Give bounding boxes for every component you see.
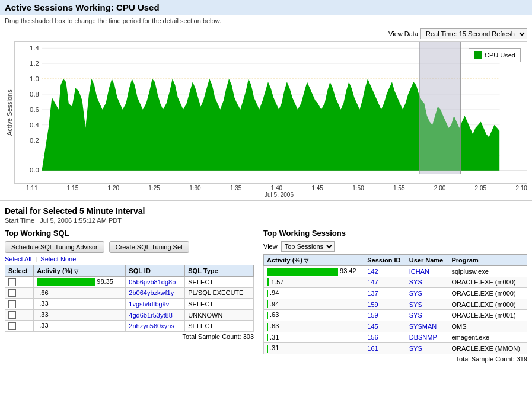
session-user-link[interactable]: SYS <box>409 345 422 352</box>
session-id-cell: 137 <box>364 288 406 299</box>
sql-id-link[interactable]: 2nhzyn560xyhs <box>129 322 174 329</box>
x-axis-labels: 1:11 1:15 1:20 1:25 1:30 1:35 1:40 1:45 … <box>0 184 532 191</box>
session-id-link[interactable]: 137 <box>367 290 378 297</box>
create-sql-button[interactable]: Create SQL Tuning Set <box>109 241 189 253</box>
col-select: Select <box>5 265 34 277</box>
sql-checkbox[interactable] <box>8 322 16 330</box>
session-activity-cell: 1.57 <box>264 277 364 288</box>
activity-bar <box>37 289 37 297</box>
table-row: .33 1vgstvfdfbg9v SELECT <box>5 299 254 310</box>
sql-checkbox-cell[interactable] <box>5 309 34 321</box>
x-tick: 1:35 <box>230 185 241 191</box>
two-col-layout: Top Working SQL Schedule SQL Tuning Advi… <box>5 229 527 363</box>
session-user-link[interactable]: SYSMAN <box>409 323 437 330</box>
session-activity-cell: 93.42 <box>264 266 364 277</box>
session-user-link[interactable]: SYS <box>409 278 422 286</box>
session-program-cell: ORACLE.EXE (m000) <box>448 288 527 299</box>
sql-type-cell: SELECT <box>185 277 254 288</box>
session-activity-cell: .63 <box>264 310 364 321</box>
sql-panel: Top Working SQL Schedule SQL Tuning Advi… <box>5 229 254 363</box>
sql-checkbox[interactable] <box>8 300 16 308</box>
select-none-link[interactable]: Select None <box>40 255 76 262</box>
svg-text:0.6: 0.6 <box>30 106 39 113</box>
session-program-cell: ORACLE.EXE (m000) <box>448 299 527 310</box>
select-all-link[interactable]: Select All <box>5 255 31 262</box>
session-user-cell: SYS <box>406 288 448 299</box>
session-id-link[interactable]: 142 <box>367 268 378 275</box>
sessions-table: Activity (%) ▽ Session ID User Name Prog… <box>263 254 527 354</box>
sql-type-cell: SELECT <box>185 299 254 310</box>
session-user-link[interactable]: SYS <box>409 290 422 297</box>
session-bar <box>267 300 268 308</box>
activity-value: .33 <box>39 311 48 318</box>
session-user-link[interactable]: DBSNMP <box>409 334 437 341</box>
session-id-link[interactable]: 161 <box>367 345 378 352</box>
sql-checkbox[interactable] <box>8 289 16 297</box>
session-activity-cell: .63 <box>264 321 364 332</box>
x-tick: 1:30 <box>189 185 200 191</box>
sql-checkbox[interactable] <box>8 278 16 286</box>
session-user-link[interactable]: ICHAN <box>409 268 429 275</box>
sql-sample-count: Total Sample Count: 303 <box>5 333 254 340</box>
detail-header: Detail for Selected 5 Minute Interval <box>5 206 527 216</box>
sql-checkbox-cell[interactable] <box>5 299 34 310</box>
sql-id-link[interactable]: 05b6pvb81dg8b <box>129 278 176 286</box>
session-user-link[interactable]: SYS <box>409 312 422 319</box>
session-bar <box>267 268 338 276</box>
schedule-sql-button[interactable]: Schedule SQL Tuning Advisor <box>5 241 104 253</box>
legend-box: CPU Used <box>469 48 521 62</box>
session-id-cell: 159 <box>364 310 406 321</box>
sql-table: Select Activity (%) ▽ SQL ID SQL Type 98… <box>5 265 254 332</box>
session-id-cell: 142 <box>364 266 406 277</box>
sort-icon: ▽ <box>74 268 78 274</box>
chart-area: Active Sessions CPU Used 1.4 <box>5 41 527 184</box>
chart-controls: View Data Real Time: 15 Second Refresh <box>0 26 532 41</box>
sql-checkbox-cell[interactable] <box>5 287 34 299</box>
sql-activity-cell: .33 <box>34 299 126 310</box>
session-activity-value: .94 <box>270 289 279 296</box>
session-program-cell: OMS <box>448 321 527 332</box>
sql-id-link[interactable]: 1vgstvfdfbg9v <box>129 300 169 308</box>
sql-checkbox-cell[interactable] <box>5 277 34 288</box>
sql-id-link[interactable]: 4gd6b1r53yt88 <box>129 312 172 319</box>
view-data-select[interactable]: Real Time: 15 Second Refresh <box>420 28 527 39</box>
sql-checkbox[interactable] <box>8 311 16 319</box>
page-title: Active Sessions Working: CPU Used <box>5 2 527 12</box>
sql-type-cell: UNKNOWN <box>185 309 254 321</box>
session-id-link[interactable]: 159 <box>367 301 378 308</box>
sql-type-cell: PL/SQL EXECUTE <box>185 287 254 299</box>
sessions-controls: View Top Sessions <box>263 241 527 252</box>
sessions-panel: Top Working Sessions View Top Sessions A… <box>263 229 527 363</box>
sql-id-link[interactable]: 2b064ybzkwf1y <box>129 289 174 296</box>
session-id-link[interactable]: 156 <box>367 334 378 341</box>
col-user-name: User Name <box>406 255 448 266</box>
x-tick: 1:50 <box>352 185 364 191</box>
session-activity-value: .63 <box>270 311 279 318</box>
x-tick: 1:15 <box>67 185 78 191</box>
session-user-link[interactable]: SYS <box>409 301 422 308</box>
session-id-link[interactable]: 147 <box>367 278 378 286</box>
x-tick: 1:11 <box>26 185 37 191</box>
session-id-link[interactable]: 145 <box>367 323 378 330</box>
chart-inner[interactable]: CPU Used 1.4 1.2 1.0 0.8 0.6 0. <box>14 41 527 184</box>
activity-bar <box>37 300 37 308</box>
session-program-cell: emagent.exe <box>448 332 527 343</box>
session-activity-value: 93.42 <box>340 267 356 274</box>
sql-checkbox-cell[interactable] <box>5 321 34 332</box>
session-activity-value: .94 <box>270 300 279 308</box>
col-sqlid: SQL ID <box>126 265 185 277</box>
svg-text:1.4: 1.4 <box>30 45 39 52</box>
col-session-id: Session ID <box>364 255 406 266</box>
sql-id-cell: 1vgstvfdfbg9v <box>126 299 185 310</box>
activity-value: .33 <box>39 322 48 329</box>
table-row: .63 145 SYSMAN OMS <box>264 321 527 332</box>
sessions-view-select[interactable]: Top Sessions <box>281 241 335 252</box>
session-program-cell: ORACLE.EXE (m000) <box>448 277 527 288</box>
col-activity: Activity (%) ▽ <box>34 265 126 277</box>
svg-text:0.8: 0.8 <box>30 91 39 98</box>
session-user-cell: DBSNMP <box>406 332 448 343</box>
session-id-link[interactable]: 159 <box>367 312 378 319</box>
session-user-cell: SYS <box>406 299 448 310</box>
table-row: .33 2nhzyn560xyhs SELECT <box>5 321 254 332</box>
session-program-cell: ORACLE.EXE (m001) <box>448 310 527 321</box>
